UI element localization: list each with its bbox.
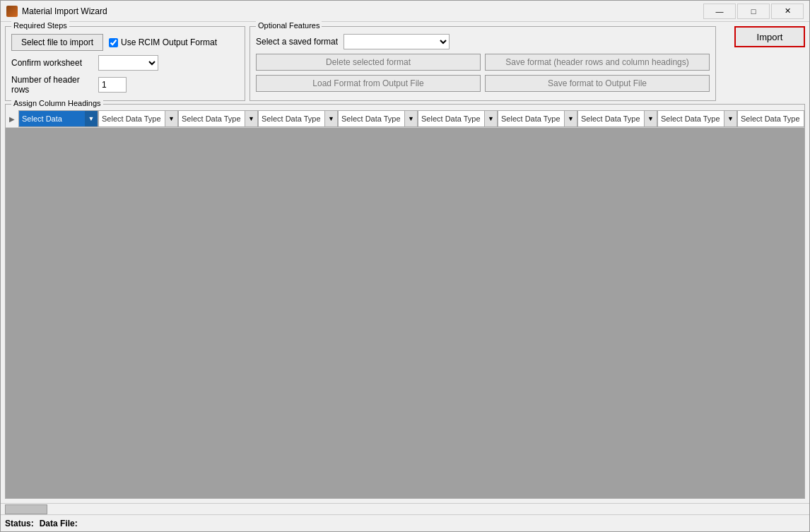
column-label-1: Select Data Type [99,114,165,123]
dropdown-arrow-3: ▼ [324,111,337,126]
import-button[interactable]: Import [734,26,805,47]
header-rows-label: Number of header rows [11,75,93,95]
assign-headings-legend: Assign Column Headings [11,99,103,107]
column-dropdown-8[interactable]: Select Data Type ▼ [657,110,737,127]
data-file-label: Data File: [40,519,78,528]
window-title: Material Import Wizard [22,6,107,16]
status-bar: Status: Data File: [1,514,809,531]
main-data-area [6,128,804,498]
assign-headings-group: Assign Column Headings ▶ Select Data ▼ S… [5,104,805,499]
column-label-6: Select Data Type [498,114,564,123]
app-icon [6,6,18,17]
header-rows-row: Number of header rows 1 [11,75,239,95]
dropdown-arrow-2: ▼ [245,111,257,126]
dropdown-arrow-6: ▼ [564,111,577,126]
confirm-worksheet-label: Confirm worksheet [11,58,93,68]
save-format-header-button[interactable]: Save format (header rows and column head… [485,54,710,71]
optional-features-group: Optional Features Select a saved format … [250,26,716,101]
header-rows-input[interactable]: 1 [98,77,127,93]
saved-format-select[interactable] [344,34,450,49]
optional-buttons-row-2: Load Format from Output File Save format… [256,75,710,92]
confirm-worksheet-row: Confirm worksheet [11,55,239,71]
save-format-output-button[interactable]: Save format to Output File [485,75,710,92]
optional-features-legend: Optional Features [256,21,322,30]
top-row: Required Steps Select file to import Use… [5,26,805,101]
main-window: Material Import Wizard — □ ✕ Required St… [0,0,810,532]
dropdown-arrow-8: ▼ [724,111,736,126]
title-bar: Material Import Wizard — □ ✕ [1,1,809,22]
use-rcim-text: Use RCIM Output Format [121,37,217,47]
column-label-0: Select Data [19,114,85,123]
column-label-5: Select Data Type [418,114,484,123]
column-dropdown-4[interactable]: Select Data Type ▼ [338,110,418,127]
minimize-button[interactable]: — [703,4,736,19]
column-dropdown-0[interactable]: Select Data ▼ [18,110,98,127]
close-button[interactable]: ✕ [771,4,804,19]
confirm-worksheet-select[interactable] [98,55,158,71]
column-dropdown-9[interactable]: Select Data Type ▼ [737,110,804,127]
dropdown-arrow-0: ▼ [85,111,98,126]
dropdown-arrow-9: ▼ [804,111,804,126]
title-bar-left: Material Import Wizard [6,6,107,17]
required-steps-legend: Required Steps [11,21,69,30]
scrollbar-area [1,503,809,514]
column-dropdown-1[interactable]: Select Data Type ▼ [98,110,178,127]
column-dropdown-7[interactable]: Select Data Type ▼ [577,110,657,127]
horizontal-scrollbar[interactable] [5,504,47,514]
column-label-3: Select Data Type [259,114,324,123]
select-file-row: Select file to import Use RCIM Output Fo… [11,34,239,51]
delete-format-button[interactable]: Delete selected format [256,54,481,71]
dropdown-arrow-1: ▼ [165,111,177,126]
column-dropdown-6[interactable]: Select Data Type ▼ [498,110,577,127]
import-btn-area: Import [720,26,805,101]
column-label-2: Select Data Type [179,114,245,123]
column-label-7: Select Data Type [578,114,644,123]
use-rcim-checkbox[interactable] [109,38,118,47]
required-steps-group: Required Steps Select file to import Use… [5,26,245,101]
saved-format-row: Select a saved format [256,34,710,49]
dropdown-arrow-7: ▼ [644,111,657,126]
column-label-9: Select Data Type [738,114,804,123]
use-rcim-label[interactable]: Use RCIM Output Format [109,37,217,47]
dropdown-arrow-5: ▼ [484,111,497,126]
load-format-button[interactable]: Load Format from Output File [256,75,481,92]
select-file-button[interactable]: Select file to import [11,34,103,51]
status-label: Status: [5,519,34,528]
window-content: Required Steps Select file to import Use… [1,22,809,503]
column-dropdown-5[interactable]: Select Data Type ▼ [418,110,498,127]
maximize-button[interactable]: □ [737,4,770,19]
dropdown-arrow-4: ▼ [404,111,417,126]
optional-buttons-row-1: Delete selected format Save format (head… [256,54,710,71]
column-headings-bar: ▶ Select Data ▼ Select Data Type ▼ Selec… [6,110,804,128]
row-arrow[interactable]: ▶ [6,110,18,127]
column-label-4: Select Data Type [339,114,404,123]
column-dropdown-2[interactable]: Select Data Type ▼ [178,110,258,127]
column-label-8: Select Data Type [658,114,724,123]
saved-format-label: Select a saved format [256,37,338,47]
title-bar-right: — □ ✕ [703,4,804,19]
column-dropdown-3[interactable]: Select Data Type ▼ [258,110,338,127]
